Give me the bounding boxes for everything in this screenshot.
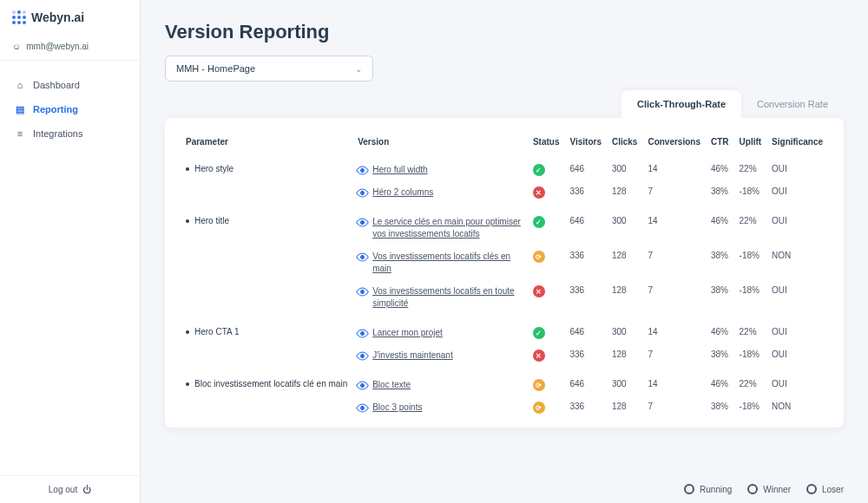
visitors-cell: 336 [564, 280, 607, 315]
sidebar-item-reporting[interactable]: ▤Reporting [7, 97, 133, 121]
brand-name: Webyn.ai [31, 10, 84, 24]
status-badge-running: ⟳ [533, 251, 545, 263]
conversions-cell: 7 [642, 396, 706, 419]
clicks-cell: 128 [607, 245, 642, 280]
home-icon: ⌂ [14, 79, 26, 91]
column-header: Status [528, 130, 565, 159]
clicks-cell: 128 [607, 344, 642, 367]
ctr-cell: 38% [706, 181, 734, 204]
parameter-cell: Hero title [181, 204, 352, 245]
conversions-cell: 14 [642, 367, 706, 396]
significance-cell: OUI [766, 344, 828, 367]
eye-icon[interactable] [356, 379, 370, 393]
table-row: Bloc investissement locatifs clé en main… [181, 367, 828, 396]
running-icon [684, 484, 694, 494]
sidebar-item-label: Reporting [33, 104, 78, 114]
visitors-cell: 646 [564, 315, 607, 344]
table-row: J'investis maintenant✕336128738%-18%OUI [181, 344, 828, 367]
version-link[interactable]: Bloc 3 points [372, 402, 422, 414]
version-link[interactable]: Vos investissements locatifs clés en mai… [372, 251, 523, 275]
version-link[interactable]: Bloc texte [372, 379, 411, 391]
sidebar-item-label: Dashboard [33, 80, 80, 90]
brand-logo: Webyn.ai [0, 0, 140, 33]
uplift-cell: -18% [734, 280, 767, 315]
column-header: Version [352, 130, 528, 159]
conversions-cell: 14 [642, 315, 706, 344]
conversions-cell: 7 [642, 280, 706, 315]
page-select[interactable]: MMH - HomePage ⌄ [165, 56, 373, 82]
visitors-cell: 646 [564, 367, 607, 396]
conversions-cell: 7 [642, 181, 706, 204]
visitors-cell: 646 [564, 159, 607, 181]
uplift-cell: -18% [734, 396, 767, 419]
eye-icon[interactable] [356, 164, 370, 178]
visitors-cell: 336 [564, 396, 607, 419]
sidebar-item-label: Integrations [33, 128, 82, 139]
column-header: Parameter [181, 130, 352, 159]
clicks-cell: 128 [607, 280, 642, 315]
conversions-cell: 14 [642, 204, 706, 245]
column-header: Visitors [564, 130, 607, 159]
user-account-row[interactable]: ☺ mmh@webyn.ai [0, 33, 140, 61]
page-title: Version Reporting [165, 21, 844, 43]
column-header: Conversions [642, 130, 706, 159]
eye-icon[interactable] [356, 327, 370, 341]
significance-cell: OUI [766, 204, 828, 245]
report-table: ParameterVersionStatusVisitorsClicksConv… [181, 130, 828, 419]
ctr-cell: 46% [706, 315, 734, 344]
ctr-cell: 38% [706, 245, 734, 280]
column-header: Significance [766, 130, 828, 159]
table-row: Vos investissements locatifs en toute si… [181, 280, 828, 315]
eye-icon[interactable] [356, 186, 370, 200]
legend-running: Running [684, 484, 732, 494]
version-link[interactable]: Lancer mon projet [372, 327, 443, 339]
tab-click-through-rate[interactable]: Click-Through-Rate [621, 90, 741, 118]
chevron-down-icon: ⌄ [355, 64, 362, 74]
eye-icon[interactable] [356, 402, 370, 415]
clicks-cell: 300 [607, 204, 642, 245]
column-header: CTR [706, 130, 734, 159]
version-link[interactable]: J'investis maintenant [372, 349, 453, 362]
status-badge-loser: ✕ [533, 285, 545, 297]
version-link[interactable]: Héro 2 columns [372, 186, 433, 199]
eye-icon[interactable] [356, 349, 370, 363]
uplift-cell: -18% [734, 344, 767, 367]
significance-cell: OUI [766, 181, 828, 204]
eye-icon[interactable] [356, 251, 370, 265]
report-card: ParameterVersionStatusVisitorsClicksConv… [165, 118, 844, 428]
version-link[interactable]: Le service clés en main pour optimiser v… [372, 216, 523, 240]
column-header: Clicks [607, 130, 642, 159]
status-badge-loser: ✕ [533, 186, 545, 199]
layers-icon: ≡ [14, 127, 26, 140]
clicks-cell: 300 [607, 159, 642, 181]
tab-conversion-rate[interactable]: Conversion Rate [741, 90, 844, 118]
ctr-cell: 38% [706, 344, 734, 367]
clicks-cell: 300 [607, 367, 642, 396]
eye-icon[interactable] [356, 216, 370, 230]
ctr-cell: 46% [706, 204, 734, 245]
status-legend: Running Winner Loser [684, 484, 844, 494]
uplift-cell: -18% [734, 181, 767, 204]
significance-cell: OUI [766, 280, 828, 315]
visitors-cell: 336 [564, 344, 607, 367]
status-badge-winner: ✓ [533, 164, 545, 176]
parameter-cell: Bloc investissement locatifs clé en main [181, 367, 352, 396]
visitors-cell: 336 [564, 245, 607, 280]
sidebar-item-integrations[interactable]: ≡Integrations [7, 121, 133, 146]
sidebar-nav: ⌂Dashboard▤Reporting≡Integrations [0, 61, 140, 158]
eye-icon[interactable] [356, 285, 370, 299]
ctr-cell: 38% [706, 280, 734, 315]
logout-button[interactable]: Log out ⏻ [0, 475, 140, 503]
visitors-cell: 646 [564, 204, 607, 245]
clicks-cell: 300 [607, 315, 642, 344]
legend-winner: Winner [747, 484, 791, 494]
table-row: Bloc 3 points⟳336128738%-18%NON [181, 396, 828, 419]
table-row: Hero titleLe service clés en main pour o… [181, 204, 828, 245]
version-link[interactable]: Vos investissements locatifs en toute si… [372, 285, 523, 310]
table-row: Vos investissements locatifs clés en mai… [181, 245, 828, 280]
visitors-cell: 336 [564, 181, 607, 204]
user-icon: ☺ [12, 42, 21, 51]
sidebar-item-dashboard[interactable]: ⌂Dashboard [7, 73, 133, 97]
version-link[interactable]: Hero full width [372, 164, 427, 176]
status-badge-loser: ✕ [533, 349, 545, 362]
